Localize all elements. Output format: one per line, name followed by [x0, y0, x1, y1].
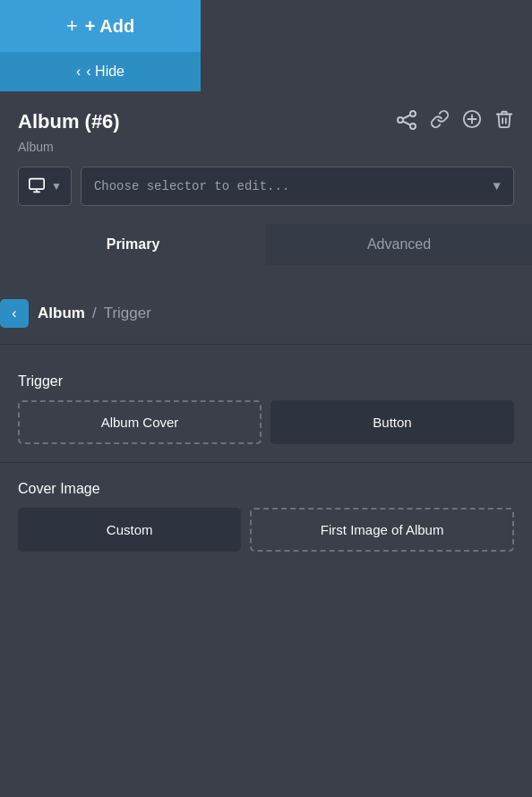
- sections-panel: Trigger Album Cover Button Cover Image C…: [0, 345, 532, 570]
- svg-point-0: [398, 117, 403, 123]
- share-icon[interactable]: [396, 110, 417, 134]
- add-label: + Add: [85, 16, 134, 37]
- add-button[interactable]: + + Add: [0, 0, 201, 52]
- breadcrumb-back-button[interactable]: ‹: [0, 299, 29, 328]
- selector-placeholder: Choose selector to edit...: [94, 179, 289, 193]
- svg-rect-8: [30, 178, 44, 188]
- breadcrumb-separator: /: [92, 304, 97, 322]
- breadcrumb-album: Album: [38, 304, 85, 322]
- delete-icon[interactable]: [494, 109, 514, 134]
- svg-point-2: [410, 124, 416, 129]
- trigger-section: Trigger Album Cover Button: [18, 373, 514, 444]
- cover-image-section: Cover Image Custom First Image of Album: [18, 481, 514, 552]
- back-chevron-icon: ‹: [12, 305, 16, 321]
- svg-point-1: [410, 111, 416, 116]
- selector-dropdown[interactable]: Choose selector to edit... ▼: [81, 167, 514, 206]
- main-panel: Album (#6): [0, 91, 532, 283]
- selector-row: ▼ Choose selector to edit... ▼: [18, 167, 514, 206]
- trigger-label: Trigger: [18, 373, 514, 390]
- dropdown-chevron-icon: ▼: [493, 179, 501, 193]
- svg-line-3: [403, 115, 410, 118]
- tabs: Primary Advanced: [0, 224, 532, 265]
- panel-title: Album (#6): [18, 110, 120, 133]
- copy-icon[interactable]: [462, 109, 482, 134]
- device-chevron-icon: ▼: [51, 180, 62, 193]
- svg-line-4: [403, 121, 410, 124]
- breadcrumb-text: Album / Trigger: [38, 304, 151, 322]
- breadcrumb-trigger: Trigger: [104, 304, 151, 322]
- chevron-left-icon: ‹: [76, 64, 81, 80]
- panel-header: Album (#6): [18, 109, 514, 134]
- link-icon[interactable]: [430, 109, 450, 134]
- device-selector[interactable]: ▼: [18, 167, 72, 206]
- cover-image-button-group: Custom First Image of Album: [18, 508, 514, 552]
- trigger-button-button[interactable]: Button: [270, 400, 514, 444]
- breadcrumb: ‹ Album / Trigger: [0, 283, 532, 345]
- hide-button[interactable]: ‹ ‹ Hide: [0, 52, 201, 91]
- panel-icons: [396, 109, 514, 134]
- tab-primary[interactable]: Primary: [0, 224, 266, 265]
- cover-image-first-image-button[interactable]: First Image of Album: [250, 508, 514, 552]
- cover-image-label: Cover Image: [18, 481, 514, 497]
- trigger-album-cover-button[interactable]: Album Cover: [18, 400, 262, 444]
- hide-label: ‹ Hide: [86, 64, 124, 80]
- cover-image-custom-button[interactable]: Custom: [18, 508, 241, 552]
- tab-advanced[interactable]: Advanced: [266, 224, 532, 265]
- plus-icon: +: [66, 14, 78, 38]
- trigger-button-group: Album Cover Button: [18, 400, 514, 444]
- monitor-icon: [28, 177, 46, 196]
- section-divider: [0, 462, 532, 463]
- panel-subtitle: Album: [18, 140, 514, 154]
